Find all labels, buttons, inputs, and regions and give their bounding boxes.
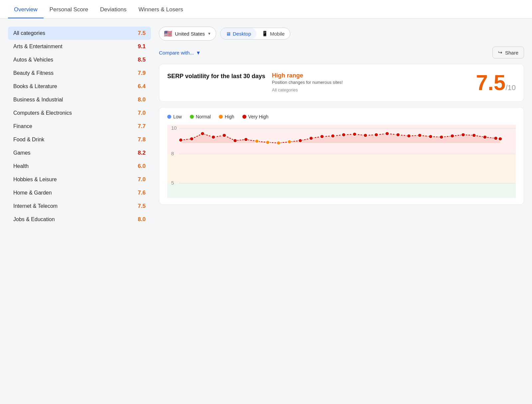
sidebar-score: 6.0 — [138, 163, 146, 170]
sidebar-score: 8.0 — [138, 96, 146, 103]
chart-legend: LowNormalHighVery High — [167, 114, 516, 119]
serp-card: SERP volatility for the last 30 days Hig… — [159, 64, 524, 102]
serp-header: SERP volatility for the last 30 days Hig… — [167, 72, 516, 93]
sidebar-item-autos[interactable]: Autos & Vehicles8.5 — [8, 53, 151, 67]
svg-text:5: 5 — [171, 181, 174, 186]
svg-point-22 — [320, 135, 324, 138]
sidebar-item-all[interactable]: All categories7.5 — [8, 27, 151, 40]
sidebar-label: Food & Drink — [13, 137, 44, 143]
sidebar-label: All categories — [13, 30, 45, 36]
svg-point-38 — [494, 136, 498, 140]
sidebar-item-hobbies[interactable]: Hobbies & Leisure7.0 — [8, 173, 151, 186]
svg-point-11 — [200, 132, 204, 135]
sidebar-item-business[interactable]: Business & Industrial8.0 — [8, 93, 151, 106]
serp-category: All categories — [272, 87, 469, 92]
svg-point-13 — [222, 134, 226, 137]
mobile-button[interactable]: 📱 Mobile — [256, 28, 290, 39]
share-arrow-icon: ↪ — [498, 50, 502, 56]
legend-label-high: High — [225, 114, 234, 119]
mobile-label: Mobile — [270, 31, 285, 37]
sidebar-label: Home & Garden — [13, 190, 52, 196]
nav-deviations[interactable]: Deviations — [94, 6, 132, 18]
svg-point-25 — [353, 132, 357, 136]
sidebar-score: 7.6 — [138, 190, 146, 196]
sidebar-item-computers[interactable]: Computers & Electronics7.0 — [8, 106, 151, 120]
country-label: United States — [175, 31, 205, 37]
svg-point-37 — [483, 135, 487, 139]
sidebar-score: 8.0 — [138, 216, 146, 223]
sidebar-score: 7.5 — [138, 203, 146, 209]
svg-point-9 — [179, 138, 183, 142]
share-button[interactable]: ↪ Share — [492, 47, 524, 59]
country-selector[interactable]: 🇺🇸 United States ▼ — [159, 27, 216, 41]
legend-dot-very-high — [242, 115, 246, 119]
sidebar-score: 7.5 — [138, 30, 146, 37]
sidebar-item-jobs[interactable]: Jobs & Education8.0 — [8, 213, 151, 226]
sidebar-item-food[interactable]: Food & Drink7.8 — [8, 133, 151, 146]
sidebar-label: Arts & Entertainment — [13, 44, 63, 50]
legend-label-low: Low — [173, 114, 182, 119]
svg-point-21 — [309, 136, 313, 140]
compare-chevron-icon: ▼ — [196, 50, 201, 56]
svg-point-17 — [266, 141, 270, 144]
right-panel: 🇺🇸 United States ▼ 🖥 Desktop 📱 Mobile Co… — [159, 27, 524, 226]
sidebar-score: 9.1 — [138, 43, 146, 50]
sidebar-score: 7.8 — [138, 136, 146, 143]
sidebar-label: Books & Literature — [13, 83, 57, 89]
svg-point-29 — [396, 133, 400, 137]
compare-button[interactable]: Compare with... ▼ — [159, 50, 201, 56]
serp-score-denom: /10 — [505, 83, 516, 92]
sidebar-item-beauty[interactable]: Beauty & Fitness7.9 — [8, 67, 151, 80]
sidebar-label: Hobbies & Leisure — [13, 177, 57, 183]
sidebar-item-internet[interactable]: Internet & Telecom7.5 — [8, 200, 151, 213]
sidebar-item-games[interactable]: Games8.2 — [8, 146, 151, 160]
sidebar-label: Health — [13, 163, 29, 169]
svg-point-16 — [255, 139, 259, 143]
svg-point-30 — [407, 134, 411, 138]
sidebar-label: Finance — [13, 123, 32, 129]
sidebar-item-books[interactable]: Books & Literature6.4 — [8, 80, 151, 93]
legend-label-very-high: Very High — [248, 114, 269, 119]
top-navigation: Overview Personal Score Deviations Winne… — [0, 0, 532, 19]
svg-point-23 — [331, 134, 335, 138]
controls-row: 🇺🇸 United States ▼ 🖥 Desktop 📱 Mobile — [159, 27, 524, 41]
svg-point-12 — [211, 135, 215, 139]
sidebar-label: Business & Industrial — [13, 97, 63, 103]
sidebar-score: 8.2 — [138, 150, 146, 156]
svg-text:8: 8 — [171, 151, 174, 157]
svg-point-39 — [498, 137, 502, 141]
sidebar-item-finance[interactable]: Finance7.7 — [8, 120, 151, 133]
sidebar-label: Computers & Electronics — [13, 110, 72, 116]
serp-range-desc: Position changes for numerous sites! — [272, 80, 469, 85]
legend-item-very-high: Very High — [242, 114, 269, 119]
svg-point-20 — [298, 139, 302, 142]
svg-text:10: 10 — [171, 126, 177, 131]
sidebar-item-arts[interactable]: Arts & Entertainment9.1 — [8, 40, 151, 53]
desktop-label: Desktop — [233, 31, 251, 37]
desktop-icon: 🖥 — [226, 31, 231, 37]
nav-personal-score[interactable]: Personal Score — [44, 6, 94, 18]
sidebar-item-home[interactable]: Home & Garden7.6 — [8, 186, 151, 200]
svg-point-27 — [374, 133, 378, 137]
svg-point-18 — [277, 141, 281, 145]
nav-overview[interactable]: Overview — [8, 6, 44, 18]
sidebar-score: 6.4 — [138, 83, 146, 90]
category-sidebar: All categories7.5Arts & Entertainment9.1… — [8, 27, 151, 226]
svg-rect-1 — [167, 154, 516, 183]
svg-point-35 — [461, 133, 465, 137]
sidebar-score: 7.0 — [138, 110, 146, 116]
legend-item-high: High — [219, 114, 234, 119]
device-group: 🖥 Desktop 📱 Mobile — [220, 28, 290, 40]
sidebar-item-health[interactable]: Health6.0 — [8, 160, 151, 173]
main-container: All categories7.5Arts & Entertainment9.1… — [0, 19, 532, 234]
chevron-down-icon: ▼ — [207, 32, 211, 36]
legend-dot-low — [167, 115, 171, 119]
svg-point-24 — [342, 133, 346, 137]
serp-middle: High range Position changes for numerous… — [272, 72, 469, 92]
legend-item-low: Low — [167, 114, 182, 119]
sidebar-score: 7.7 — [138, 123, 146, 130]
nav-winners-losers[interactable]: Winners & Losers — [132, 6, 189, 18]
svg-point-31 — [418, 134, 422, 137]
desktop-button[interactable]: 🖥 Desktop — [220, 28, 256, 39]
sidebar-score: 7.0 — [138, 176, 146, 183]
